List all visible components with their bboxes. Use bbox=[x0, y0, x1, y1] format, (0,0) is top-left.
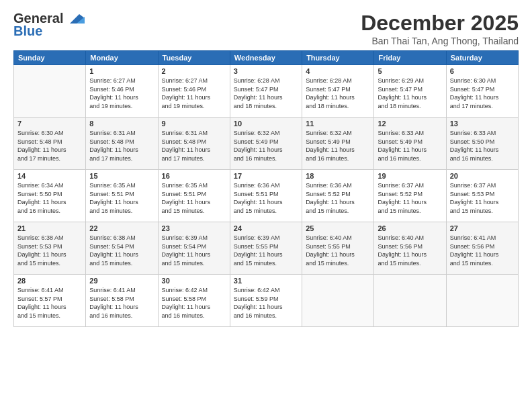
table-row: 18Sunrise: 6:36 AM Sunset: 5:52 PM Dayli… bbox=[302, 170, 374, 222]
table-row: 19Sunrise: 6:37 AM Sunset: 5:52 PM Dayli… bbox=[374, 170, 446, 222]
day-info: Sunrise: 6:30 AM Sunset: 5:48 PM Dayligh… bbox=[17, 129, 82, 163]
day-info: Sunrise: 6:42 AM Sunset: 5:58 PM Dayligh… bbox=[162, 286, 226, 320]
day-info: Sunrise: 6:28 AM Sunset: 5:47 PM Dayligh… bbox=[234, 77, 298, 110]
table-row: 14Sunrise: 6:34 AM Sunset: 5:50 PM Dayli… bbox=[14, 170, 86, 222]
table-row: 15Sunrise: 6:35 AM Sunset: 5:51 PM Dayli… bbox=[86, 170, 158, 222]
day-info: Sunrise: 6:32 AM Sunset: 5:49 PM Dayligh… bbox=[306, 129, 370, 163]
logo: General Blue bbox=[13, 11, 85, 39]
header-wednesday: Wednesday bbox=[230, 51, 302, 65]
header-friday: Friday bbox=[374, 51, 446, 65]
calendar-week-row: 1Sunrise: 6:27 AM Sunset: 5:46 PM Daylig… bbox=[14, 65, 519, 118]
calendar-week-row: 14Sunrise: 6:34 AM Sunset: 5:50 PM Dayli… bbox=[14, 170, 519, 222]
day-info: Sunrise: 6:33 AM Sunset: 5:49 PM Dayligh… bbox=[378, 129, 442, 163]
day-info: Sunrise: 6:42 AM Sunset: 5:59 PM Dayligh… bbox=[234, 286, 298, 320]
table-row: 10Sunrise: 6:32 AM Sunset: 5:49 PM Dayli… bbox=[230, 118, 302, 170]
day-number: 20 bbox=[450, 172, 515, 180]
day-info: Sunrise: 6:27 AM Sunset: 5:46 PM Dayligh… bbox=[89, 77, 154, 110]
header-thursday: Thursday bbox=[302, 51, 374, 65]
day-info: Sunrise: 6:32 AM Sunset: 5:49 PM Dayligh… bbox=[234, 129, 298, 163]
table-row: 26Sunrise: 6:40 AM Sunset: 5:56 PM Dayli… bbox=[374, 222, 446, 275]
table-row: 8Sunrise: 6:31 AM Sunset: 5:48 PM Daylig… bbox=[86, 118, 158, 170]
day-number: 30 bbox=[162, 277, 226, 285]
day-number: 24 bbox=[234, 224, 298, 232]
table-row: 12Sunrise: 6:33 AM Sunset: 5:49 PM Dayli… bbox=[374, 118, 446, 170]
location: Ban Thai Tan, Ang Thong, Thailand bbox=[361, 36, 519, 46]
month-title: December 2025 bbox=[361, 11, 519, 36]
table-row: 16Sunrise: 6:35 AM Sunset: 5:51 PM Dayli… bbox=[158, 170, 230, 222]
day-info: Sunrise: 6:36 AM Sunset: 5:52 PM Dayligh… bbox=[306, 181, 370, 215]
table-row: 7Sunrise: 6:30 AM Sunset: 5:48 PM Daylig… bbox=[14, 118, 86, 170]
day-number: 13 bbox=[450, 120, 515, 128]
table-row: 29Sunrise: 6:41 AM Sunset: 5:58 PM Dayli… bbox=[86, 275, 158, 327]
table-row: 25Sunrise: 6:40 AM Sunset: 5:55 PM Dayli… bbox=[302, 222, 374, 275]
day-number: 29 bbox=[89, 277, 154, 285]
table-row: 2Sunrise: 6:27 AM Sunset: 5:46 PM Daylig… bbox=[158, 65, 230, 118]
day-info: Sunrise: 6:41 AM Sunset: 5:58 PM Dayligh… bbox=[89, 286, 154, 320]
day-info: Sunrise: 6:40 AM Sunset: 5:56 PM Dayligh… bbox=[378, 234, 442, 267]
day-number: 14 bbox=[17, 172, 82, 180]
calendar-header-row: Sunday Monday Tuesday Wednesday Thursday… bbox=[14, 51, 519, 65]
day-number: 12 bbox=[378, 120, 442, 128]
day-info: Sunrise: 6:39 AM Sunset: 5:54 PM Dayligh… bbox=[162, 234, 226, 267]
calendar-table: Sunday Monday Tuesday Wednesday Thursday… bbox=[13, 50, 519, 327]
header-sunday: Sunday bbox=[14, 51, 86, 65]
day-number: 28 bbox=[17, 277, 82, 285]
day-number: 31 bbox=[234, 277, 298, 285]
page-header: General Blue December 2025 Ban Thai Tan,… bbox=[13, 11, 519, 46]
day-info: Sunrise: 6:37 AM Sunset: 5:53 PM Dayligh… bbox=[450, 181, 515, 215]
day-info: Sunrise: 6:31 AM Sunset: 5:48 PM Dayligh… bbox=[89, 129, 154, 163]
day-number: 6 bbox=[450, 67, 515, 75]
day-number: 26 bbox=[378, 224, 442, 232]
day-info: Sunrise: 6:39 AM Sunset: 5:55 PM Dayligh… bbox=[234, 234, 298, 267]
day-info: Sunrise: 6:31 AM Sunset: 5:48 PM Dayligh… bbox=[162, 129, 226, 163]
day-number: 23 bbox=[162, 224, 226, 232]
day-number: 15 bbox=[89, 172, 154, 180]
day-number: 21 bbox=[17, 224, 82, 232]
day-info: Sunrise: 6:36 AM Sunset: 5:51 PM Dayligh… bbox=[234, 181, 298, 215]
day-info: Sunrise: 6:38 AM Sunset: 5:53 PM Dayligh… bbox=[17, 234, 82, 267]
table-row bbox=[446, 275, 518, 327]
day-info: Sunrise: 6:37 AM Sunset: 5:52 PM Dayligh… bbox=[378, 181, 442, 215]
table-row: 13Sunrise: 6:33 AM Sunset: 5:50 PM Dayli… bbox=[446, 118, 518, 170]
day-number: 22 bbox=[89, 224, 154, 232]
day-number: 27 bbox=[450, 224, 515, 232]
table-row bbox=[302, 275, 374, 327]
day-number: 2 bbox=[162, 67, 226, 75]
table-row bbox=[374, 275, 446, 327]
table-row: 3Sunrise: 6:28 AM Sunset: 5:47 PM Daylig… bbox=[230, 65, 302, 118]
day-number: 25 bbox=[306, 224, 370, 232]
day-info: Sunrise: 6:30 AM Sunset: 5:47 PM Dayligh… bbox=[450, 77, 515, 110]
day-info: Sunrise: 6:35 AM Sunset: 5:51 PM Dayligh… bbox=[89, 181, 154, 215]
table-row: 6Sunrise: 6:30 AM Sunset: 5:47 PM Daylig… bbox=[446, 65, 518, 118]
table-row: 5Sunrise: 6:29 AM Sunset: 5:47 PM Daylig… bbox=[374, 65, 446, 118]
table-row: 28Sunrise: 6:41 AM Sunset: 5:57 PM Dayli… bbox=[14, 275, 86, 327]
day-info: Sunrise: 6:33 AM Sunset: 5:50 PM Dayligh… bbox=[450, 129, 515, 163]
day-info: Sunrise: 6:41 AM Sunset: 5:57 PM Dayligh… bbox=[17, 286, 82, 320]
calendar-week-row: 21Sunrise: 6:38 AM Sunset: 5:53 PM Dayli… bbox=[14, 222, 519, 275]
day-number: 1 bbox=[89, 67, 154, 75]
day-number: 8 bbox=[89, 120, 154, 128]
table-row bbox=[14, 65, 86, 118]
header-tuesday: Tuesday bbox=[158, 51, 230, 65]
day-number: 7 bbox=[17, 120, 82, 128]
table-row: 23Sunrise: 6:39 AM Sunset: 5:54 PM Dayli… bbox=[158, 222, 230, 275]
day-info: Sunrise: 6:40 AM Sunset: 5:55 PM Dayligh… bbox=[306, 234, 370, 267]
table-row: 9Sunrise: 6:31 AM Sunset: 5:48 PM Daylig… bbox=[158, 118, 230, 170]
title-block: December 2025 Ban Thai Tan, Ang Thong, T… bbox=[361, 11, 519, 46]
header-saturday: Saturday bbox=[446, 51, 518, 65]
day-number: 11 bbox=[306, 120, 370, 128]
table-row: 24Sunrise: 6:39 AM Sunset: 5:55 PM Dayli… bbox=[230, 222, 302, 275]
day-info: Sunrise: 6:35 AM Sunset: 5:51 PM Dayligh… bbox=[162, 181, 226, 215]
day-number: 3 bbox=[234, 67, 298, 75]
day-info: Sunrise: 6:29 AM Sunset: 5:47 PM Dayligh… bbox=[378, 77, 442, 110]
day-number: 17 bbox=[234, 172, 298, 180]
table-row: 30Sunrise: 6:42 AM Sunset: 5:58 PM Dayli… bbox=[158, 275, 230, 327]
day-info: Sunrise: 6:41 AM Sunset: 5:56 PM Dayligh… bbox=[450, 234, 515, 267]
table-row: 17Sunrise: 6:36 AM Sunset: 5:51 PM Dayli… bbox=[230, 170, 302, 222]
table-row: 22Sunrise: 6:38 AM Sunset: 5:54 PM Dayli… bbox=[86, 222, 158, 275]
day-number: 18 bbox=[306, 172, 370, 180]
day-info: Sunrise: 6:38 AM Sunset: 5:54 PM Dayligh… bbox=[89, 234, 154, 267]
logo-blue: Blue bbox=[13, 24, 42, 39]
day-number: 5 bbox=[378, 67, 442, 75]
day-number: 16 bbox=[162, 172, 226, 180]
